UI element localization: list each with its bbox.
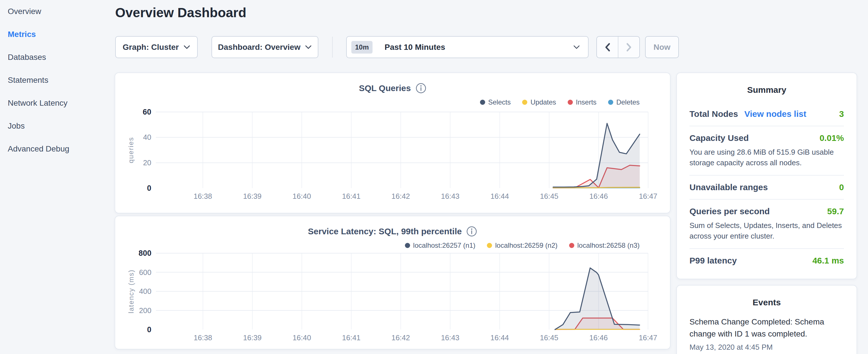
service-latency-chart-panel: Service Latency: SQL, 99th percentile lo… bbox=[115, 216, 671, 349]
sidebar-item-network-latency[interactable]: Network Latency bbox=[0, 92, 115, 115]
sidebar-item-statements[interactable]: Statements bbox=[0, 69, 115, 92]
svg-text:16:38: 16:38 bbox=[194, 334, 212, 342]
summary-value: 0 bbox=[839, 183, 844, 192]
svg-text:0: 0 bbox=[147, 184, 151, 192]
summary-description: Sum of Selects, Updates, Inserts, and De… bbox=[689, 220, 844, 242]
svg-text:16:39: 16:39 bbox=[243, 334, 261, 342]
svg-text:60: 60 bbox=[143, 108, 151, 116]
summary-row-head: Total NodesView nodes list3 bbox=[689, 109, 844, 119]
summary-panel: Summary Total NodesView nodes list3Capac… bbox=[676, 72, 857, 279]
summary-value: 3 bbox=[839, 109, 844, 119]
svg-text:latency (ms): latency (ms) bbox=[127, 269, 135, 313]
svg-text:16:46: 16:46 bbox=[589, 192, 608, 200]
svg-text:200: 200 bbox=[139, 307, 151, 315]
time-prev-button[interactable] bbox=[597, 37, 618, 58]
chevron-right-icon bbox=[626, 43, 632, 52]
svg-text:600: 600 bbox=[139, 268, 151, 277]
time-range-label: Past 10 Minutes bbox=[384, 43, 445, 52]
view-nodes-list-link[interactable]: View nodes list bbox=[744, 109, 806, 119]
summary-row: Total NodesView nodes list3 bbox=[689, 102, 844, 126]
time-range-dropdown[interactable]: 10m Past 10 Minutes bbox=[346, 36, 589, 58]
sidebar: OverviewMetricsDatabasesStatementsNetwor… bbox=[0, 0, 115, 354]
sql-queries-chart-panel: SQL Queries SelectsUpdatesInsertsDeletes… bbox=[115, 72, 671, 213]
time-next-button[interactable] bbox=[618, 37, 639, 58]
svg-text:16:47: 16:47 bbox=[639, 334, 657, 342]
svg-text:40: 40 bbox=[143, 133, 151, 141]
summary-value: 0.01% bbox=[819, 133, 844, 143]
service-latency-chart[interactable]: 16:3816:3916:4016:4116:4216:4316:4416:45… bbox=[115, 216, 670, 349]
summary-row: Unavailable ranges0 bbox=[689, 175, 844, 199]
summary-value: 59.7 bbox=[827, 206, 844, 216]
summary-row-head: Unavailable ranges0 bbox=[689, 183, 844, 192]
svg-text:16:38: 16:38 bbox=[194, 192, 212, 200]
svg-text:16:46: 16:46 bbox=[589, 334, 608, 342]
svg-text:16:40: 16:40 bbox=[292, 334, 311, 342]
svg-text:16:44: 16:44 bbox=[490, 334, 509, 342]
dashboard-dropdown[interactable]: Dashboard: Overview bbox=[212, 36, 318, 58]
svg-text:16:43: 16:43 bbox=[441, 334, 459, 342]
controls-bar: Graph: Cluster Dashboard: Overview 10m P… bbox=[115, 36, 681, 58]
summary-value: 46.1 ms bbox=[812, 256, 844, 265]
summary-rows: Total NodesView nodes list3Capacity Used… bbox=[689, 102, 844, 272]
chevron-down-icon bbox=[183, 45, 190, 49]
graph-dropdown-label: Graph: Cluster bbox=[123, 43, 179, 52]
svg-text:16:40: 16:40 bbox=[292, 192, 311, 200]
sidebar-item-overview[interactable]: Overview bbox=[0, 0, 115, 23]
graph-dropdown[interactable]: Graph: Cluster bbox=[115, 36, 198, 58]
svg-text:16:43: 16:43 bbox=[441, 192, 459, 200]
sidebar-item-advanced-debug[interactable]: Advanced Debug bbox=[0, 137, 115, 160]
svg-text:0: 0 bbox=[147, 325, 151, 334]
dashboard-dropdown-label: Dashboard: Overview bbox=[218, 43, 301, 52]
event-timestamp: May 13, 2020 at 4:45 PM bbox=[689, 343, 844, 352]
events-heading: Events bbox=[689, 297, 844, 307]
app-root: OverviewMetricsDatabasesStatementsNetwor… bbox=[0, 0, 868, 354]
page-title: Overview Dashboard bbox=[115, 5, 246, 21]
summary-label: Unavailable ranges bbox=[689, 183, 768, 192]
summary-row: P99 latency46.1 ms bbox=[689, 248, 844, 272]
chevron-down-icon bbox=[305, 45, 312, 49]
svg-text:16:42: 16:42 bbox=[392, 334, 410, 342]
svg-text:queries: queries bbox=[127, 137, 135, 163]
svg-text:400: 400 bbox=[139, 287, 151, 295]
svg-text:16:45: 16:45 bbox=[540, 192, 558, 200]
summary-heading: Summary bbox=[689, 85, 844, 95]
summary-row-head: P99 latency46.1 ms bbox=[689, 256, 844, 265]
svg-text:16:45: 16:45 bbox=[540, 334, 558, 342]
svg-text:16:42: 16:42 bbox=[392, 192, 410, 200]
summary-row: Capacity Used0.01%You are using 28.6 MiB… bbox=[689, 126, 844, 175]
chevron-down-icon bbox=[573, 45, 580, 49]
sidebar-item-databases[interactable]: Databases bbox=[0, 46, 115, 69]
event-item[interactable]: Schema Change Completed: Schema change w… bbox=[689, 316, 844, 352]
svg-text:16:41: 16:41 bbox=[342, 192, 361, 200]
events-panel: Events Schema Change Completed: Schema c… bbox=[676, 285, 857, 354]
summary-row-head: Capacity Used0.01% bbox=[689, 133, 844, 143]
time-now-button[interactable]: Now bbox=[645, 36, 679, 58]
events-list: Schema Change Completed: Schema change w… bbox=[689, 316, 844, 352]
svg-text:800: 800 bbox=[139, 249, 152, 257]
svg-text:20: 20 bbox=[143, 159, 151, 167]
summary-row-head: Queries per second59.7 bbox=[689, 206, 844, 216]
svg-text:16:39: 16:39 bbox=[243, 192, 261, 200]
summary-label: P99 latency bbox=[689, 256, 737, 265]
main-content: Overview Dashboard Graph: Cluster Dashbo… bbox=[115, 0, 671, 354]
sidebar-item-jobs[interactable]: Jobs bbox=[0, 115, 115, 137]
sql-queries-chart[interactable]: 16:3816:3916:4016:4116:4216:4316:4416:45… bbox=[115, 73, 670, 213]
summary-label: Queries per second bbox=[689, 206, 770, 216]
sidebar-item-metrics[interactable]: Metrics bbox=[0, 23, 115, 46]
event-text: Schema Change Completed: Schema change w… bbox=[689, 316, 844, 340]
summary-label: Total Nodes bbox=[689, 109, 738, 119]
summary-label: Capacity Used bbox=[689, 133, 749, 143]
chevron-left-icon bbox=[604, 43, 610, 52]
time-range-badge: 10m bbox=[351, 41, 373, 54]
summary-row: Queries per second59.7Sum of Selects, Up… bbox=[689, 199, 844, 248]
svg-text:16:41: 16:41 bbox=[342, 334, 361, 342]
time-pager bbox=[596, 36, 640, 58]
svg-text:16:47: 16:47 bbox=[639, 192, 657, 200]
svg-text:16:44: 16:44 bbox=[490, 192, 509, 200]
divider bbox=[332, 37, 333, 58]
summary-description: You are using 28.6 MiB of 515.9 GiB usab… bbox=[689, 147, 844, 168]
